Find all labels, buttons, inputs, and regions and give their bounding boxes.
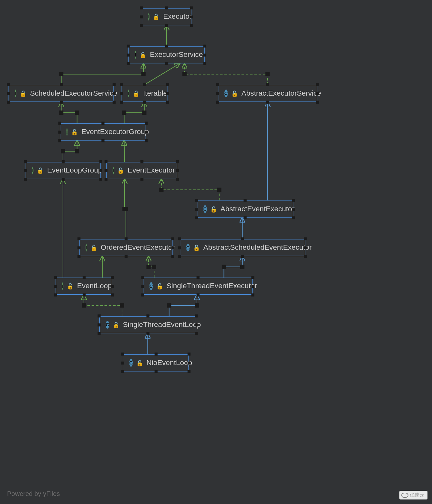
class-node-executor[interactable]: I🔓Executor [142,8,191,25]
node-label: EventLoopGroup [47,166,102,175]
class-icon: C [224,89,228,97]
class-node-stEE[interactable]: C🔓SingleThreadEventExecutor [143,278,252,295]
unlock-icon: 🔓 [90,244,97,251]
edge-bend-handle [146,265,150,269]
edge-orderedEE-to-eventExecutor [125,179,126,239]
edge-bend-handle [152,265,156,269]
edge-schedExecService-to-executorService [61,63,144,85]
class-icon: C [106,321,109,329]
node-label: ScheduledExecutorService [30,89,118,98]
edge-bend-handle [217,188,221,192]
node-label: OrderedEventExecutor [101,243,175,252]
unlock-icon: 🔓 [210,206,217,212]
edge-stEE-to-absSchedEE [224,256,242,278]
edge-bend-handle [59,72,63,76]
class-node-absExecService[interactable]: C🔓AbstractExecutorService [218,85,317,102]
class-icon: C [186,244,190,251]
edge-bend-handle [141,72,146,76]
edge-absExecService-to-executorService [185,63,268,85]
unlock-icon: 🔓 [71,129,78,135]
edge-bend-handle [82,303,86,308]
class-node-nioEL[interactable]: C🔓NioEventLoop [123,354,189,372]
class-node-stEL[interactable]: C🔓SingleThreadEventLoop [99,316,196,333]
node-label: SingleThreadEventExecutor [167,282,257,291]
edge-bend-handle [182,72,187,76]
class-node-eventLoopGroup[interactable]: I🔓EventLoopGroup [26,162,101,179]
node-label: Executor [163,12,192,21]
edge-eventLoopGroup-to-eventExecGroup [63,141,77,162]
edge-eventExecutor-to-eventExecGroup [124,141,125,162]
interface-icon: I [128,89,129,97]
node-label: AbstractEventExecutor [221,205,294,214]
interface-icon: I [86,244,87,251]
edge-eventExecGroup-to-iterable [124,102,144,123]
unlock-icon: 🔓 [193,244,200,251]
edge-iterable-to-executorService [144,63,180,85]
edge-bend-handle [222,265,226,269]
edge-bend-handle [240,265,244,269]
node-label: AbstractScheduledEventExecutor [203,243,312,252]
powered-by-label: Powered by yFiles [7,490,60,498]
class-node-iterable[interactable]: I🔓Iterable [122,85,168,102]
edge-bend-handle [75,110,79,115]
class-icon: C [149,282,153,290]
class-node-schedExecService[interactable]: I🔓ScheduledExecutorService [9,85,114,102]
interface-icon: I [135,51,136,59]
edge-bend-handle [142,110,146,115]
edge-bend-handle [159,188,163,192]
unlock-icon: 🔓 [136,360,143,366]
node-label: ExecutorService [150,50,203,59]
edge-bend-handle [122,207,127,211]
cloud-icon [401,493,408,498]
unlock-icon: 🔓 [117,167,124,174]
edge-stEL-to-eventLoop [84,295,122,316]
class-icon: C [203,205,207,213]
class-icon: C [129,359,133,367]
watermark-badge: 亿速云 [399,491,427,499]
edge-bend-handle [122,110,126,115]
edge-bend-handle [120,303,124,308]
watermark-text: 亿速云 [410,492,424,498]
unlock-icon: 🔓 [231,90,238,97]
class-node-executorService[interactable]: I🔓ExecutorService [129,46,205,63]
edge-eventExecGroup-to-schedExecService [61,102,77,123]
edge-bend-handle [167,303,171,308]
edge-bend-handle [265,72,270,76]
interface-icon: I [15,89,16,97]
edge-stEE-to-orderedEE [149,256,154,278]
unlock-icon: 🔓 [37,167,44,174]
edge-bend-handle [195,303,199,308]
class-node-orderedEE[interactable]: I🔓OrderedEventExecutor [79,239,172,256]
node-label: EventLoop [77,282,112,291]
node-label: NioEventLoop [146,359,192,367]
node-label: SingleThreadEventLoop [123,320,201,329]
edge-stEL-to-stEE [169,295,197,316]
unlock-icon: 🔓 [20,90,26,97]
unlock-icon: 🔓 [133,90,139,97]
unlock-icon: 🔓 [153,14,159,20]
class-node-eventExecutor[interactable]: I🔓EventExecutor [106,162,177,179]
unlock-icon: 🔓 [139,52,146,58]
interface-icon: I [113,167,114,174]
interface-icon: I [148,13,149,21]
interface-icon: I [32,167,33,174]
edge-bend-handle [61,149,65,153]
edge-absEventExec-to-eventExecutor [161,179,219,200]
class-node-absSchedEE[interactable]: C🔓AbstractScheduledEventExecutor [180,239,305,256]
node-label: EventExecutorGroup [81,128,149,136]
node-label: AbstractExecutorService [242,89,321,98]
edge-bend-handle [75,149,79,153]
class-node-eventExecGroup[interactable]: I🔓EventExecutorGroup [60,123,146,141]
interface-icon: I [62,282,63,290]
unlock-icon: 🔓 [67,283,74,289]
edge-bend-handle [59,110,63,115]
class-node-absEventExec[interactable]: C🔓AbstractEventExecutor [197,201,293,218]
unlock-icon: 🔓 [113,321,119,328]
node-label: EventExecutor [128,166,175,175]
unlock-icon: 🔓 [156,283,163,289]
node-label: Iterable [143,89,167,98]
class-node-eventLoop[interactable]: I🔓EventLoop [56,278,112,295]
edge-bend-handle [124,207,128,211]
interface-icon: I [67,128,68,136]
